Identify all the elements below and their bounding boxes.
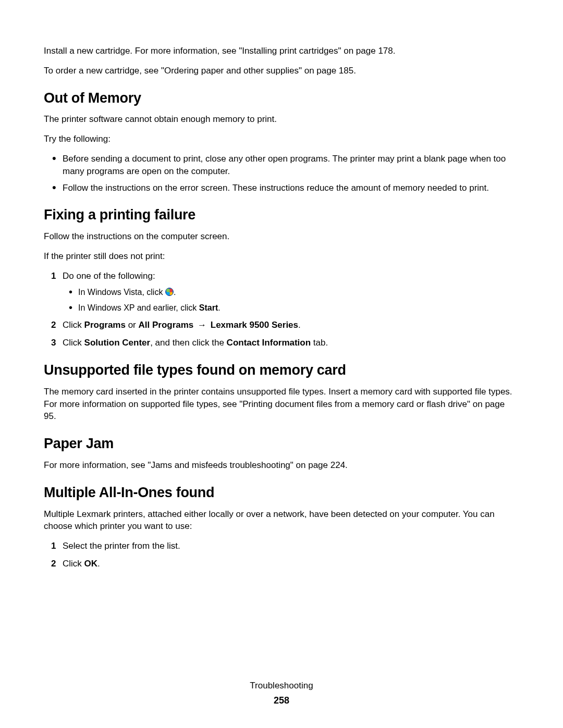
heading-out-of-memory: Out of Memory [44, 89, 519, 108]
bold-start: Start [199, 303, 218, 312]
bold-all-programs: All Programs [139, 320, 197, 330]
fixing-failure-steps: 1 Do one of the following: In Windows Vi… [44, 270, 519, 349]
sub-text-suffix: . [174, 288, 176, 297]
bold-ok: OK [84, 559, 98, 569]
step-number: 2 [51, 319, 56, 331]
out-of-memory-p1: The printer software cannot obtain enoug… [44, 113, 519, 126]
step-2: 2 Click Programs or All Programs → Lexma… [54, 319, 519, 331]
unsupported-p1: The memory card inserted in the printer … [44, 386, 519, 423]
intro-paragraph-2: To order a new cartridge, see "Ordering … [44, 65, 519, 77]
multiple-p1: Multiple Lexmark printers, attached eith… [44, 508, 519, 533]
step-number: 3 [51, 337, 56, 349]
step-text: Click [63, 338, 84, 348]
windows-start-icon [165, 288, 174, 296]
fixing-failure-p2: If the printer still does not print: [44, 250, 519, 263]
heading-unsupported: Unsupported file types found on memory c… [44, 361, 519, 380]
multiple-steps: 1 Select the printer from the list. 2 Cl… [44, 540, 519, 570]
step-number: 2 [51, 558, 56, 570]
step-text: Do one of the following: [63, 271, 155, 281]
step-text: Click [63, 559, 84, 569]
step-2: 2 Click OK. [54, 558, 519, 570]
sub-bullet-item: In Windows Vista, click . [78, 287, 519, 298]
step-text: , and then click the [150, 338, 226, 348]
heading-multiple: Multiple All-In-Ones found [44, 483, 519, 503]
step-3: 3 Click Solution Center, and then click … [54, 337, 519, 349]
bold-solution-center: Solution Center [84, 338, 151, 348]
page-footer: Troubleshooting 258 [0, 680, 563, 707]
sub-text: In Windows XP and earlier, click [78, 303, 199, 312]
heading-fixing-failure: Fixing a printing failure [44, 205, 519, 225]
footer-page-number: 258 [0, 694, 563, 707]
arrow-icon: → [198, 319, 206, 331]
step-1: 1 Select the printer from the list. [54, 540, 519, 552]
step-text: Select the printer from the list. [63, 541, 180, 551]
step-text-suffix: . [97, 559, 100, 569]
bold-lexmark: Lexmark 9500 Series [208, 320, 298, 330]
footer-section-name: Troubleshooting [0, 680, 563, 692]
sub-bullet-item: In Windows XP and earlier, click Start. [78, 302, 519, 314]
sub-text: In Windows Vista, click [78, 288, 165, 297]
step-text-suffix: . [298, 320, 301, 330]
step-number: 1 [51, 540, 56, 552]
paper-jam-p1: For more information, see "Jams and misf… [44, 459, 519, 472]
step-text: or [126, 320, 139, 330]
step-text: Click [63, 320, 84, 330]
bold-programs: Programs [84, 320, 126, 330]
step-text-suffix: tab. [311, 338, 328, 348]
step-1: 1 Do one of the following: In Windows Vi… [54, 270, 519, 314]
heading-paper-jam: Paper Jam [44, 434, 519, 454]
step-number: 1 [51, 270, 56, 282]
sub-text-suffix: . [218, 303, 220, 312]
out-of-memory-bullets: Before sending a document to print, clos… [44, 153, 519, 194]
bullet-item: Follow the instructions on the error scr… [63, 182, 519, 194]
intro-paragraph-1: Install a new cartridge. For more inform… [44, 45, 519, 57]
bullet-item: Before sending a document to print, clos… [63, 153, 519, 178]
fixing-failure-p1: Follow the instructions on the computer … [44, 230, 519, 243]
bold-contact-info: Contact Information [227, 338, 311, 348]
out-of-memory-p2: Try the following: [44, 133, 519, 145]
step-1-sub-bullets: In Windows Vista, click . In Windows XP … [63, 287, 519, 314]
